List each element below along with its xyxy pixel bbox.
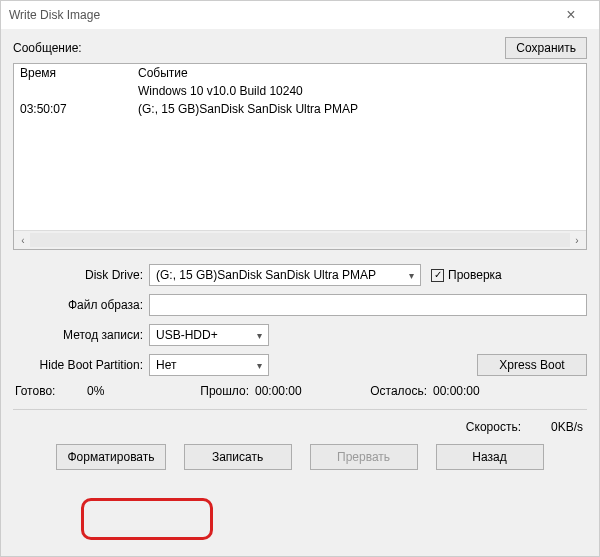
write-method-combo[interactable]: USB-HDD+ ▾ <box>149 324 269 346</box>
log-event: (G:, 15 GB)SanDisk SanDisk Ultra PMAP <box>138 100 358 118</box>
annotation-highlight <box>81 498 213 540</box>
disk-drive-label: Disk Drive: <box>13 268 149 282</box>
client-area: Сообщение: Сохранить Время Событие Windo… <box>1 29 599 482</box>
log-row: Windows 10 v10.0 Build 10240 <box>20 82 580 100</box>
window-title: Write Disk Image <box>9 8 551 22</box>
elapsed-value: 00:00:00 <box>255 384 345 398</box>
speed-label: Скорость: <box>466 420 521 434</box>
write-button[interactable]: Записать <box>184 444 292 470</box>
log-time <box>20 82 138 100</box>
chevron-down-icon: ▾ <box>409 270 414 281</box>
chevron-left-icon[interactable]: ‹ <box>16 233 30 247</box>
log-col-event: Событие <box>138 66 188 80</box>
chevron-down-icon: ▾ <box>257 330 262 341</box>
image-file-input[interactable] <box>149 294 587 316</box>
verify-checkbox[interactable]: ✓ Проверка <box>431 268 502 282</box>
log-col-time: Время <box>20 66 138 80</box>
close-icon[interactable]: × <box>551 1 591 29</box>
speed-value: 0KB/s <box>551 420 583 434</box>
verify-label: Проверка <box>448 268 502 282</box>
log-box: Время Событие Windows 10 v10.0 Build 102… <box>13 63 587 250</box>
disk-drive-value: (G:, 15 GB)SanDisk SanDisk Ultra PMAP <box>156 268 376 282</box>
format-button[interactable]: Форматировать <box>56 444 165 470</box>
back-button[interactable]: Назад <box>436 444 544 470</box>
disk-drive-combo[interactable]: (G:, 15 GB)SanDisk SanDisk Ultra PMAP ▾ <box>149 264 421 286</box>
hide-boot-value: Нет <box>156 358 176 372</box>
write-method-value: USB-HDD+ <box>156 328 218 342</box>
write-method-label: Метод записи: <box>13 328 149 342</box>
window: Write Disk Image × Сообщение: Сохранить … <box>0 0 600 557</box>
image-file-label: Файл образа: <box>13 298 149 312</box>
chevron-down-icon: ▾ <box>257 360 262 371</box>
log-body: Windows 10 v10.0 Build 10240 03:50:07 (G… <box>14 82 586 230</box>
separator <box>13 408 587 410</box>
log-event: Windows 10 v10.0 Build 10240 <box>138 82 303 100</box>
log-time: 03:50:07 <box>20 100 138 118</box>
scrollbar-track[interactable] <box>30 233 570 247</box>
elapsed-label: Прошло: <box>177 384 255 398</box>
remain-value: 00:00:00 <box>433 384 480 398</box>
ready-label: Готово: <box>15 384 87 398</box>
abort-button: Прервать <box>310 444 418 470</box>
remain-label: Осталось: <box>345 384 433 398</box>
chevron-right-icon[interactable]: › <box>570 233 584 247</box>
hide-boot-label: Hide Boot Partition: <box>13 358 149 372</box>
ready-value: 0% <box>87 384 177 398</box>
log-row: 03:50:07 (G:, 15 GB)SanDisk SanDisk Ultr… <box>20 100 580 118</box>
hide-boot-combo[interactable]: Нет ▾ <box>149 354 269 376</box>
check-icon: ✓ <box>431 269 444 282</box>
message-label: Сообщение: <box>13 41 505 55</box>
horizontal-scrollbar[interactable]: ‹ › <box>14 230 586 249</box>
xpress-boot-button[interactable]: Xpress Boot <box>477 354 587 376</box>
titlebar: Write Disk Image × <box>1 1 599 29</box>
save-button[interactable]: Сохранить <box>505 37 587 59</box>
